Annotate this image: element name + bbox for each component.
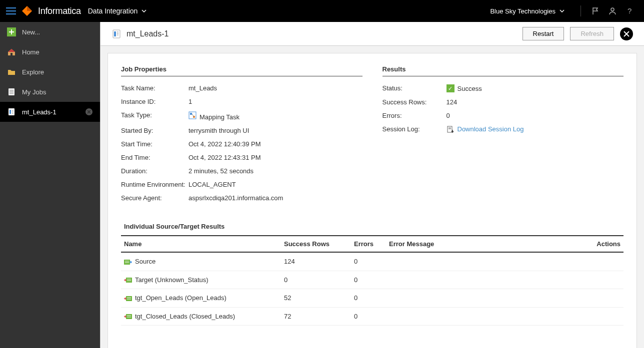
target-icon xyxy=(124,313,132,320)
target-icon xyxy=(124,295,132,302)
mapping-task-icon xyxy=(188,111,196,119)
label: Instance ID: xyxy=(121,98,188,105)
errors-value: 0 xyxy=(446,112,450,119)
chevron-down-icon xyxy=(558,7,566,14)
success-check-icon: ✓ xyxy=(446,84,454,92)
brand-logo-icon xyxy=(21,5,33,17)
sidebar-item-myjobs[interactable]: My Jobs xyxy=(0,82,100,102)
row-success-rows: 124 xyxy=(281,252,351,271)
top-bar: Informatica Data Integration Blue Sky Te… xyxy=(0,0,644,22)
row-errors: 0 xyxy=(351,289,386,308)
row-success-rows: 0 xyxy=(281,271,351,289)
svg-rect-41 xyxy=(126,278,132,283)
label: Started By: xyxy=(121,127,188,134)
success-rows-value: 124 xyxy=(446,98,458,106)
sidebar-item-label: New... xyxy=(22,28,40,36)
download-session-log-link[interactable]: Download Session Log xyxy=(458,125,524,133)
table-row: Target (Unknown_Status)00 xyxy=(121,271,624,289)
row-success-rows: 52 xyxy=(281,289,351,308)
label: Duration: xyxy=(121,167,188,175)
sidebar: New... Home Explore My Jobs mt_Leads-1 xyxy=(0,22,100,348)
svg-rect-44 xyxy=(126,296,132,301)
divider xyxy=(580,5,581,16)
label: Runtime Environment: xyxy=(121,181,188,188)
app-switcher[interactable]: Data Integration xyxy=(88,7,148,15)
label: Session Log: xyxy=(382,125,446,134)
sidebar-item-label: Home xyxy=(22,48,40,56)
sidebar-item-explore[interactable]: Explore xyxy=(0,62,100,82)
svg-rect-47 xyxy=(126,314,132,319)
label: Errors: xyxy=(382,112,446,119)
runtime-env-value: LOCAL_AGENT xyxy=(188,181,236,188)
main-content: mt_Leads-1 Restart Refresh Job Propertie… xyxy=(100,22,644,348)
row-name: tgt_Closed_Leads (Closed_Leads) xyxy=(135,313,235,320)
label: Secure Agent: xyxy=(121,194,188,202)
svg-rect-17 xyxy=(10,110,11,114)
row-errors: 0 xyxy=(351,252,386,271)
close-tab-icon[interactable] xyxy=(85,108,93,116)
col-name: Name xyxy=(121,236,281,252)
flag-icon[interactable] xyxy=(591,6,600,15)
svg-rect-35 xyxy=(448,126,452,132)
document-icon xyxy=(7,107,16,116)
hamburger-icon[interactable] xyxy=(6,7,16,15)
row-name: tgt_Open_Leads (Open_Leads) xyxy=(135,294,226,302)
svg-rect-38 xyxy=(124,260,130,265)
row-error-message xyxy=(386,271,584,289)
row-errors: 0 xyxy=(351,307,386,326)
job-properties-section: Job Properties Task Name:mt_Leads Instan… xyxy=(121,65,362,205)
user-icon[interactable] xyxy=(608,6,617,15)
sidebar-item-mt-leads-1[interactable]: mt_Leads-1 xyxy=(0,102,100,122)
row-errors: 0 xyxy=(351,271,386,289)
section-title: Job Properties xyxy=(121,65,362,73)
document-icon xyxy=(7,87,16,96)
org-name: Blue Sky Technologies xyxy=(490,7,556,15)
label: Success Rows: xyxy=(382,98,446,106)
table-title: Individual Source/Target Results xyxy=(124,223,624,230)
label: Status: xyxy=(382,84,446,92)
row-success-rows: 72 xyxy=(281,307,351,326)
started-by-value: terrysmith through UI xyxy=(188,127,249,134)
row-actions xyxy=(584,289,624,308)
session-log-value: Download Session Log xyxy=(446,125,524,134)
row-name: Source xyxy=(135,258,156,265)
row-name: Target (Unknown_Status) xyxy=(135,276,208,284)
chevron-down-icon xyxy=(140,7,148,14)
plus-icon xyxy=(7,27,16,36)
secure-agent-value: aspsrlxcdiqa201.informatica.com xyxy=(188,194,283,202)
page-title: mt_Leads-1 xyxy=(126,29,169,38)
label: End Time: xyxy=(121,154,188,161)
task-name-link[interactable]: mt_Leads xyxy=(188,84,217,92)
close-page-button[interactable] xyxy=(620,27,633,40)
row-error-message xyxy=(386,252,584,271)
details-panel: Job Properties Task Name:mt_Leads Instan… xyxy=(108,53,637,348)
restart-button[interactable]: Restart xyxy=(522,27,564,40)
sidebar-item-label: My Jobs xyxy=(22,88,46,96)
table-row: Source1240 xyxy=(121,252,624,271)
col-success-rows: Success Rows xyxy=(281,236,351,252)
svg-point-5 xyxy=(611,8,614,11)
table-row: tgt_Open_Leads (Open_Leads)520 xyxy=(121,289,624,308)
section-title: Results xyxy=(382,65,624,73)
svg-marker-11 xyxy=(8,49,15,52)
col-actions: Actions xyxy=(584,236,624,252)
duration-value: 2 minutes, 52 seconds xyxy=(188,167,254,175)
brand-text: Informatica xyxy=(38,6,81,16)
svg-text:?: ? xyxy=(628,6,632,15)
start-time-value: Oct 4, 2022 12:40:39 PM xyxy=(188,140,261,148)
svg-rect-32 xyxy=(190,113,192,115)
sidebar-item-home[interactable]: Home xyxy=(0,42,100,62)
refresh-button: Refresh xyxy=(570,27,614,40)
target-icon xyxy=(124,277,132,284)
app-name: Data Integration xyxy=(88,7,138,15)
sidebar-item-new[interactable]: New... xyxy=(0,22,100,42)
row-error-message xyxy=(386,289,584,308)
label: Start Time: xyxy=(121,140,188,148)
page-header: mt_Leads-1 Restart Refresh xyxy=(100,22,644,46)
org-switcher[interactable]: Blue Sky Technologies xyxy=(490,7,566,15)
results-table: Name Success Rows Errors Error Message A… xyxy=(121,235,624,326)
help-icon[interactable]: ? xyxy=(625,6,634,15)
svg-rect-16 xyxy=(8,108,14,115)
row-actions xyxy=(584,252,624,271)
sidebar-item-label: Explore xyxy=(22,68,44,76)
